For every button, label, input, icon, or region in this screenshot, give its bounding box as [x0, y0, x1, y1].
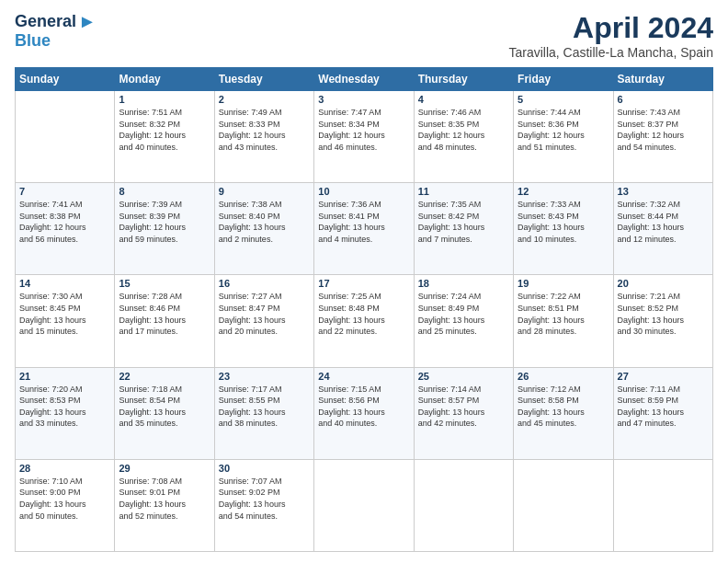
week-row-4: 28Sunrise: 7:10 AM Sunset: 9:00 PM Dayli…	[16, 459, 713, 551]
day-number: 19	[518, 278, 609, 289]
table-row: 25Sunrise: 7:14 AM Sunset: 8:57 PM Dayli…	[414, 367, 513, 459]
day-info: Sunrise: 7:25 AM Sunset: 8:48 PM Dayligh…	[318, 291, 409, 337]
table-row: 29Sunrise: 7:08 AM Sunset: 9:01 PM Dayli…	[115, 459, 214, 551]
day-number: 11	[418, 186, 509, 197]
table-row: 16Sunrise: 7:27 AM Sunset: 8:47 PM Dayli…	[214, 275, 313, 367]
week-row-0: 1Sunrise: 7:51 AM Sunset: 8:32 PM Daylig…	[16, 91, 713, 183]
table-row: 18Sunrise: 7:24 AM Sunset: 8:49 PM Dayli…	[414, 275, 513, 367]
calendar-table: Sunday Monday Tuesday Wednesday Thursday…	[15, 67, 713, 552]
day-info: Sunrise: 7:07 AM Sunset: 9:02 PM Dayligh…	[219, 476, 310, 522]
day-info: Sunrise: 7:28 AM Sunset: 8:46 PM Dayligh…	[119, 291, 210, 337]
day-info: Sunrise: 7:18 AM Sunset: 8:54 PM Dayligh…	[119, 384, 210, 430]
day-number: 14	[19, 278, 110, 289]
logo-bird-icon: ►	[78, 11, 97, 32]
day-number: 12	[518, 186, 609, 197]
day-number: 5	[518, 94, 609, 105]
day-info: Sunrise: 7:08 AM Sunset: 9:01 PM Dayligh…	[119, 476, 210, 522]
table-row: 13Sunrise: 7:32 AM Sunset: 8:44 PM Dayli…	[613, 183, 712, 275]
day-number: 7	[19, 186, 110, 197]
day-info: Sunrise: 7:30 AM Sunset: 8:45 PM Dayligh…	[19, 291, 110, 337]
col-monday: Monday	[115, 68, 214, 91]
title-block: April 2024 Taravilla, Castille-La Mancha…	[508, 11, 713, 60]
day-number: 24	[318, 371, 409, 382]
day-number: 1	[119, 94, 210, 105]
week-row-3: 21Sunrise: 7:20 AM Sunset: 8:53 PM Dayli…	[16, 367, 713, 459]
day-info: Sunrise: 7:24 AM Sunset: 8:49 PM Dayligh…	[418, 291, 509, 337]
table-row: 27Sunrise: 7:11 AM Sunset: 8:59 PM Dayli…	[613, 367, 712, 459]
day-info: Sunrise: 7:20 AM Sunset: 8:53 PM Dayligh…	[19, 384, 110, 430]
day-number: 8	[119, 186, 210, 197]
table-row: 3Sunrise: 7:47 AM Sunset: 8:34 PM Daylig…	[314, 91, 414, 183]
day-number: 16	[219, 278, 310, 289]
table-row: 30Sunrise: 7:07 AM Sunset: 9:02 PM Dayli…	[214, 459, 313, 551]
col-saturday: Saturday	[613, 68, 712, 91]
day-info: Sunrise: 7:11 AM Sunset: 8:59 PM Dayligh…	[618, 384, 709, 430]
week-row-1: 7Sunrise: 7:41 AM Sunset: 8:38 PM Daylig…	[16, 183, 713, 275]
day-number: 28	[19, 463, 110, 474]
day-info: Sunrise: 7:44 AM Sunset: 8:36 PM Dayligh…	[518, 107, 609, 153]
day-info: Sunrise: 7:17 AM Sunset: 8:55 PM Dayligh…	[219, 384, 310, 430]
day-info: Sunrise: 7:14 AM Sunset: 8:57 PM Dayligh…	[418, 384, 509, 430]
header: General ► Blue April 2024 Taravilla, Cas…	[15, 11, 713, 60]
col-sunday: Sunday	[16, 68, 115, 91]
day-info: Sunrise: 7:51 AM Sunset: 8:32 PM Dayligh…	[119, 107, 210, 153]
table-row: 6Sunrise: 7:43 AM Sunset: 8:37 PM Daylig…	[613, 91, 712, 183]
table-row: 15Sunrise: 7:28 AM Sunset: 8:46 PM Dayli…	[115, 275, 214, 367]
table-row: 14Sunrise: 7:30 AM Sunset: 8:45 PM Dayli…	[16, 275, 115, 367]
day-info: Sunrise: 7:35 AM Sunset: 8:42 PM Dayligh…	[418, 199, 509, 245]
table-row: 22Sunrise: 7:18 AM Sunset: 8:54 PM Dayli…	[115, 367, 214, 459]
table-row	[414, 459, 513, 551]
day-info: Sunrise: 7:27 AM Sunset: 8:47 PM Dayligh…	[219, 291, 310, 337]
subtitle: Taravilla, Castille-La Mancha, Spain	[508, 45, 713, 60]
table-row: 1Sunrise: 7:51 AM Sunset: 8:32 PM Daylig…	[115, 91, 214, 183]
table-row: 20Sunrise: 7:21 AM Sunset: 8:52 PM Dayli…	[613, 275, 712, 367]
day-number: 27	[618, 371, 709, 382]
table-row: 10Sunrise: 7:36 AM Sunset: 8:41 PM Dayli…	[314, 183, 414, 275]
table-row: 4Sunrise: 7:46 AM Sunset: 8:35 PM Daylig…	[414, 91, 513, 183]
table-row	[613, 459, 712, 551]
table-row: 24Sunrise: 7:15 AM Sunset: 8:56 PM Dayli…	[314, 367, 414, 459]
day-number: 17	[318, 278, 409, 289]
table-row: 21Sunrise: 7:20 AM Sunset: 8:53 PM Dayli…	[16, 367, 115, 459]
day-number: 22	[119, 371, 210, 382]
day-info: Sunrise: 7:38 AM Sunset: 8:40 PM Dayligh…	[219, 199, 310, 245]
col-tuesday: Tuesday	[214, 68, 313, 91]
day-number: 6	[618, 94, 709, 105]
table-row: 2Sunrise: 7:49 AM Sunset: 8:33 PM Daylig…	[214, 91, 313, 183]
day-info: Sunrise: 7:39 AM Sunset: 8:39 PM Dayligh…	[119, 199, 210, 245]
day-number: 21	[19, 371, 110, 382]
day-info: Sunrise: 7:21 AM Sunset: 8:52 PM Dayligh…	[618, 291, 709, 337]
main-title: April 2024	[508, 11, 713, 45]
col-thursday: Thursday	[414, 68, 513, 91]
day-number: 18	[418, 278, 509, 289]
table-row: 23Sunrise: 7:17 AM Sunset: 8:55 PM Dayli…	[214, 367, 313, 459]
day-number: 10	[318, 186, 409, 197]
table-row	[514, 459, 613, 551]
day-number: 3	[318, 94, 409, 105]
table-row: 26Sunrise: 7:12 AM Sunset: 8:58 PM Dayli…	[514, 367, 613, 459]
table-row: 12Sunrise: 7:33 AM Sunset: 8:43 PM Dayli…	[514, 183, 613, 275]
day-info: Sunrise: 7:15 AM Sunset: 8:56 PM Dayligh…	[318, 384, 409, 430]
day-number: 30	[219, 463, 310, 474]
table-row: 28Sunrise: 7:10 AM Sunset: 9:00 PM Dayli…	[16, 459, 115, 551]
header-row: Sunday Monday Tuesday Wednesday Thursday…	[16, 68, 713, 91]
logo-text-line1: General	[15, 13, 76, 31]
day-info: Sunrise: 7:12 AM Sunset: 8:58 PM Dayligh…	[518, 384, 609, 430]
table-row: 7Sunrise: 7:41 AM Sunset: 8:38 PM Daylig…	[16, 183, 115, 275]
day-number: 29	[119, 463, 210, 474]
day-info: Sunrise: 7:33 AM Sunset: 8:43 PM Dayligh…	[518, 199, 609, 245]
week-row-2: 14Sunrise: 7:30 AM Sunset: 8:45 PM Dayli…	[16, 275, 713, 367]
table-row: 19Sunrise: 7:22 AM Sunset: 8:51 PM Dayli…	[514, 275, 613, 367]
logo-text-line2: Blue	[15, 32, 51, 51]
day-number: 15	[119, 278, 210, 289]
table-row: 8Sunrise: 7:39 AM Sunset: 8:39 PM Daylig…	[115, 183, 214, 275]
day-number: 20	[618, 278, 709, 289]
day-info: Sunrise: 7:36 AM Sunset: 8:41 PM Dayligh…	[318, 199, 409, 245]
table-row: 17Sunrise: 7:25 AM Sunset: 8:48 PM Dayli…	[314, 275, 414, 367]
day-info: Sunrise: 7:49 AM Sunset: 8:33 PM Dayligh…	[219, 107, 310, 153]
table-row	[314, 459, 414, 551]
page: General ► Blue April 2024 Taravilla, Cas…	[0, 0, 728, 563]
table-row: 5Sunrise: 7:44 AM Sunset: 8:36 PM Daylig…	[514, 91, 613, 183]
logo: General ► Blue	[15, 11, 97, 51]
day-number: 9	[219, 186, 310, 197]
